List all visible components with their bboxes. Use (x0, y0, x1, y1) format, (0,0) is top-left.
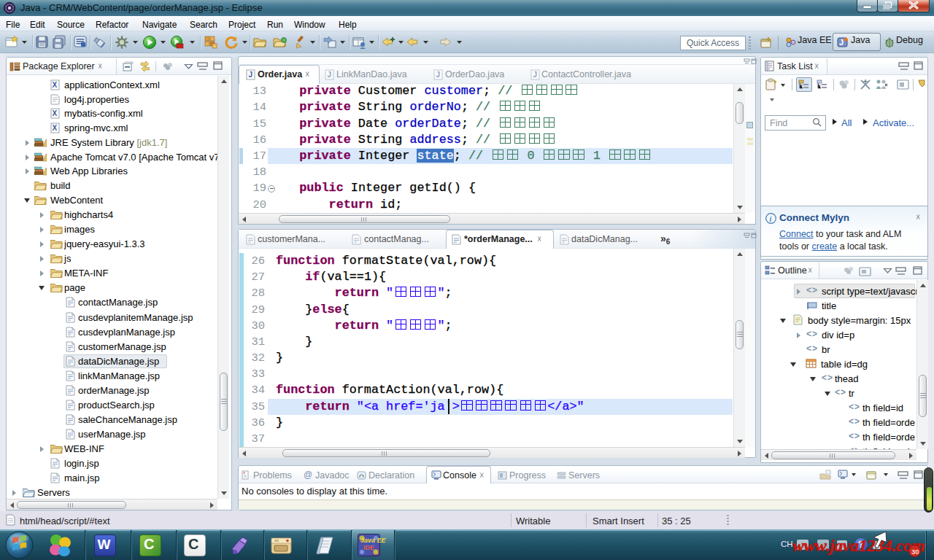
svg-text:X: X (52, 124, 57, 132)
svg-text:J: J (327, 71, 331, 79)
svg-text:J: J (839, 38, 844, 47)
svg-text:i: i (770, 215, 772, 223)
svg-text:J: J (248, 71, 252, 79)
svg-text:J: J (533, 71, 537, 79)
svg-text:X: X (52, 81, 57, 89)
svg-text:X: X (52, 109, 57, 117)
svg-text:J: J (436, 71, 440, 79)
